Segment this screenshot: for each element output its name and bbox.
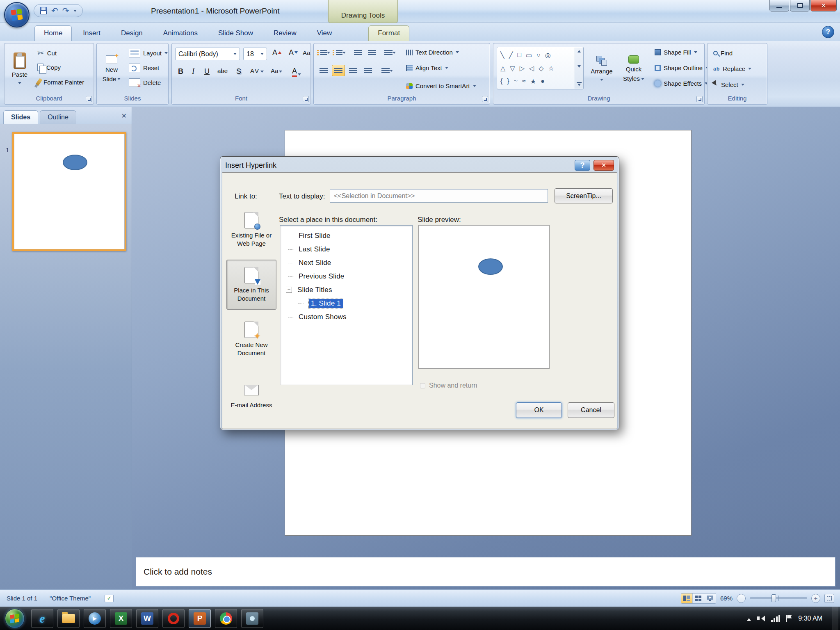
dialog-close-button[interactable]: ✕: [593, 160, 614, 171]
zoom-in-button[interactable]: +: [811, 594, 820, 603]
tab-home[interactable]: Home: [34, 25, 72, 41]
tree-item-next-slide[interactable]: Next Slide: [282, 256, 411, 269]
tab-insert[interactable]: Insert: [73, 25, 110, 41]
convert-smartart-button[interactable]: Convert to SmartArt: [404, 81, 478, 91]
action-center-flag-icon[interactable]: [786, 615, 792, 622]
zoom-out-button[interactable]: –: [737, 594, 746, 603]
start-button[interactable]: [5, 609, 25, 628]
close-button[interactable]: ✕: [810, 0, 837, 11]
convert-smartart-dropdown-icon[interactable]: [473, 85, 476, 89]
change-case-button[interactable]: Aa: [268, 66, 285, 75]
network-icon[interactable]: [771, 615, 780, 622]
cut-button[interactable]: ✂ Cut: [35, 48, 59, 58]
taskbar-icon-internet-explorer[interactable]: e: [31, 609, 53, 628]
shapes-gallery[interactable]: ╲╱□▭○◎ △▽▷◁◇☆ {}~≈★●: [497, 47, 584, 89]
shape-fill-dropdown-icon[interactable]: [694, 51, 697, 55]
reset-button[interactable]: Reset: [126, 62, 162, 73]
tab-animations[interactable]: Animations: [154, 25, 207, 41]
slides-pane-close-button[interactable]: ✕: [121, 112, 127, 120]
character-spacing-dropdown-icon[interactable]: [260, 71, 264, 74]
taskbar-icon-app[interactable]: [241, 609, 263, 628]
tab-design[interactable]: Design: [112, 25, 152, 41]
view-normal-button[interactable]: [681, 593, 693, 603]
justify-button[interactable]: [361, 65, 374, 76]
taskbar-icon-media-player[interactable]: ▶: [84, 609, 106, 628]
font-dialog-launcher[interactable]: [303, 96, 309, 102]
font-name-combobox[interactable]: Calibri (Body): [175, 48, 240, 60]
taskbar-icon-opera[interactable]: [162, 609, 185, 628]
font-color-button[interactable]: A: [289, 66, 304, 78]
tab-slides[interactable]: Slides: [3, 110, 38, 124]
replace-button[interactable]: ab Replace: [711, 64, 754, 73]
paste-button[interactable]: Paste: [7, 46, 32, 92]
text-direction-button[interactable]: Text Direction: [404, 48, 461, 57]
character-spacing-button[interactable]: AV: [247, 66, 267, 75]
line-spacing-button[interactable]: [382, 47, 398, 58]
text-direction-dropdown-icon[interactable]: [456, 51, 459, 55]
font-name-dropdown-icon[interactable]: [233, 53, 237, 57]
arrange-button[interactable]: Arrange: [587, 46, 616, 92]
taskbar-icon-powerpoint[interactable]: P: [189, 609, 211, 628]
grow-font-button[interactable]: A: [269, 48, 284, 58]
redo-button[interactable]: ↷: [62, 7, 69, 15]
layout-button[interactable]: Layout: [126, 48, 170, 59]
tree-item-last-slide[interactable]: Last Slide: [282, 242, 411, 256]
linkto-email-address-button[interactable]: E-mail Address: [226, 374, 276, 417]
dialog-help-button[interactable]: ?: [575, 160, 590, 171]
tree-item-slide-titles[interactable]: − Slide Titles: [282, 283, 411, 297]
delete-button[interactable]: Delete: [126, 77, 163, 88]
new-slide-dropdown-icon[interactable]: [117, 78, 121, 82]
show-desktop-button[interactable]: [833, 607, 838, 630]
undo-button[interactable]: ↶: [51, 7, 58, 15]
bullets-button[interactable]: [317, 47, 330, 58]
align-center-button[interactable]: [332, 65, 345, 76]
minimize-button[interactable]: [769, 0, 789, 11]
cancel-button[interactable]: Cancel: [568, 402, 614, 418]
linkto-place-in-document-button[interactable]: Place in This Document: [226, 260, 276, 310]
align-text-button[interactable]: Align Text: [404, 63, 450, 73]
clear-formatting-button[interactable]: Aa: [300, 48, 313, 57]
font-color-dropdown-icon[interactable]: [298, 73, 301, 77]
align-left-button[interactable]: [317, 65, 330, 76]
tree-item-previous-slide[interactable]: Previous Slide: [282, 269, 411, 283]
spellcheck-status-icon[interactable]: ✓: [105, 595, 114, 602]
view-slide-sorter-button[interactable]: [693, 593, 704, 603]
new-slide-button[interactable]: New Slide: [98, 46, 125, 92]
tab-outline[interactable]: Outline: [40, 110, 76, 124]
tab-slide-show[interactable]: Slide Show: [209, 25, 262, 41]
notes-pane[interactable]: Click to add notes: [136, 557, 835, 587]
select-dropdown-icon[interactable]: [741, 84, 744, 87]
quick-styles-button[interactable]: Quick Styles: [618, 46, 649, 92]
paragraph-dialog-launcher[interactable]: [482, 96, 488, 102]
ok-button[interactable]: OK: [516, 402, 562, 418]
tab-review[interactable]: Review: [264, 25, 306, 41]
select-button[interactable]: Select: [711, 80, 747, 89]
slide-thumbnail[interactable]: [12, 132, 126, 251]
help-button[interactable]: ?: [822, 26, 834, 38]
view-slideshow-button[interactable]: [704, 593, 716, 603]
office-button[interactable]: [4, 2, 30, 27]
shape-fill-button[interactable]: Shape Fill: [653, 48, 699, 57]
taskbar-icon-excel[interactable]: X: [110, 609, 132, 628]
taskbar-icon-chrome[interactable]: [215, 609, 237, 628]
dialog-title-bar[interactable]: Insert Hyperlink ? ✕: [222, 158, 617, 172]
shape-outline-button[interactable]: Shape Outline: [653, 63, 711, 73]
save-button[interactable]: [40, 7, 47, 14]
decrease-indent-button[interactable]: [352, 47, 365, 58]
underline-button[interactable]: U: [201, 66, 212, 77]
tab-view[interactable]: View: [308, 25, 342, 41]
clock[interactable]: 9:30 AM: [798, 615, 822, 622]
align-right-button[interactable]: [347, 65, 360, 76]
screentip-button[interactable]: ScreenTip...: [555, 188, 613, 203]
taskbar-icon-word[interactable]: W: [136, 609, 158, 628]
tree-item-first-slide[interactable]: First Slide: [282, 229, 411, 242]
replace-dropdown-icon[interactable]: [748, 68, 751, 71]
document-place-tree[interactable]: First Slide Last Slide Next Slide Previo…: [280, 225, 413, 385]
find-button[interactable]: Find: [711, 48, 735, 58]
shape-effects-button[interactable]: Shape Effects: [653, 79, 710, 88]
zoom-slider[interactable]: [750, 597, 807, 599]
arrange-dropdown-icon[interactable]: [600, 79, 603, 82]
maximize-button[interactable]: [790, 0, 810, 11]
shapes-gallery-scrollbar[interactable]: [575, 48, 583, 89]
font-size-combobox[interactable]: 18: [243, 48, 267, 60]
